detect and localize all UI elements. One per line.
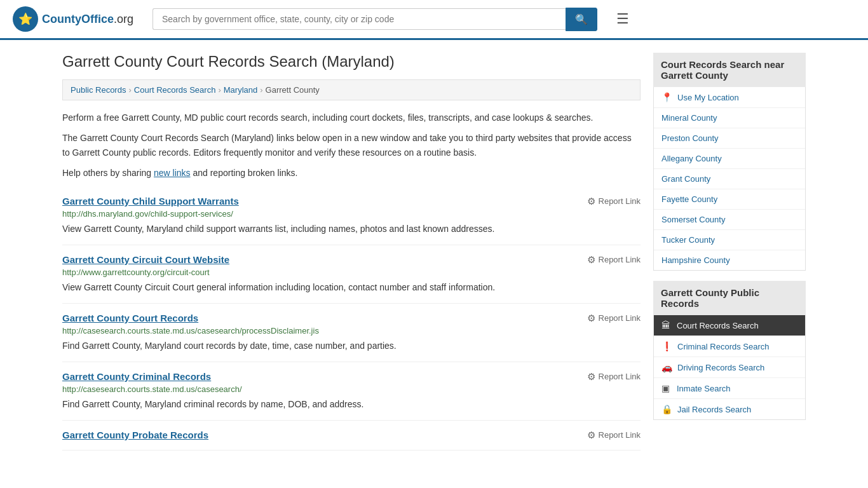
- driving-records-icon: 🚗: [661, 362, 672, 372]
- sidebar-use-my-location[interactable]: 📍 Use My Location: [654, 87, 805, 108]
- sidebar-driving-records-search[interactable]: 🚗 Driving Records Search: [654, 357, 805, 378]
- sidebar-court-records-search[interactable]: 🏛 Court Records Search: [654, 315, 805, 336]
- breadcrumb-court-records[interactable]: Court Records Search: [134, 85, 216, 95]
- report-link-5[interactable]: ⚙ Report Link: [587, 430, 641, 441]
- record-url-1: http://dhs.maryland.gov/child-support-se…: [62, 209, 641, 219]
- sidebar-criminal-records-search[interactable]: ❗ Criminal Records Search: [654, 336, 805, 357]
- record-item-1: Garrett County Child Support Warrants ⚙ …: [62, 187, 641, 245]
- sidebar-inmate-search[interactable]: ▣ Inmate Search: [654, 378, 805, 399]
- record-title-5[interactable]: Garrett County Probate Records: [62, 430, 208, 440]
- report-icon-1: ⚙: [587, 196, 595, 207]
- record-title-4[interactable]: Garrett County Criminal Records: [62, 371, 211, 382]
- breadcrumb-maryland[interactable]: Maryland: [224, 85, 257, 95]
- jail-records-icon: 🔒: [661, 404, 672, 414]
- report-icon-3: ⚙: [587, 313, 595, 324]
- criminal-records-icon: ❗: [661, 341, 672, 351]
- sidebar-somerset-county[interactable]: Somerset County: [654, 210, 805, 230]
- sidebar-jail-records-search[interactable]: 🔒 Jail Records Search: [654, 399, 805, 419]
- record-item-5: Garrett County Probate Records ⚙ Report …: [62, 421, 641, 451]
- allegany-county-link[interactable]: Allegany County: [661, 154, 722, 163]
- page-title: Garrett County Court Records Search (Mar…: [62, 53, 641, 71]
- breadcrumb-sep2: ›: [218, 85, 220, 95]
- record-item-2: Garrett County Circuit Court Website ⚙ R…: [62, 245, 641, 304]
- sidebar: Court Records Search near Garrett County…: [653, 53, 806, 451]
- public-records-header: Garrett County Public Records: [653, 281, 806, 315]
- tucker-county-link[interactable]: Tucker County: [661, 235, 715, 245]
- record-desc-4: Find Garrett County, Maryland criminal r…: [62, 398, 641, 411]
- sidebar-hampshire-county[interactable]: Hampshire County: [654, 250, 805, 270]
- desc-para3: Help others by sharing new links and rep…: [62, 166, 641, 180]
- criminal-records-link[interactable]: Criminal Records Search: [677, 342, 770, 351]
- record-item-3: Garrett County Court Records ⚙ Report Li…: [62, 304, 641, 362]
- record-desc-1: View Garrett County, Maryland child supp…: [62, 222, 641, 236]
- report-label-3: Report Link: [599, 313, 641, 323]
- fayette-county-link[interactable]: Fayette County: [661, 194, 717, 204]
- inmate-search-icon: ▣: [661, 383, 672, 393]
- report-icon-4: ⚙: [587, 371, 595, 383]
- menu-button[interactable]: ☰: [616, 11, 629, 27]
- hampshire-county-link[interactable]: Hampshire County: [661, 255, 730, 265]
- record-title-2[interactable]: Garrett County Circuit Court Website: [62, 254, 229, 265]
- record-item-4: Garrett County Criminal Records ⚙ Report…: [62, 362, 641, 421]
- inmate-search-link[interactable]: Inmate Search: [677, 384, 731, 393]
- court-records-icon: 🏛: [661, 320, 672, 330]
- somerset-county-link[interactable]: Somerset County: [661, 215, 725, 224]
- grant-county-link[interactable]: Grant County: [661, 174, 710, 184]
- report-icon-2: ⚙: [587, 254, 595, 266]
- report-label-2: Report Link: [599, 255, 641, 264]
- breadcrumb-public-records[interactable]: Public Records: [71, 85, 126, 95]
- record-desc-2: View Garrett County Circuit Court genera…: [62, 281, 641, 294]
- logo-area: ⭐ CountyOffice.org: [13, 6, 140, 32]
- record-title-1[interactable]: Garrett County Child Support Warrants: [62, 196, 239, 207]
- desc-para2: The Garrett County Court Records Search …: [62, 131, 641, 159]
- sidebar-allegany-county[interactable]: Allegany County: [654, 149, 805, 169]
- records-list: Garrett County Child Support Warrants ⚙ …: [62, 187, 641, 451]
- breadcrumb-current: Garrett County: [266, 85, 320, 95]
- search-input[interactable]: [153, 8, 566, 30]
- search-button[interactable]: 🔍: [566, 8, 597, 31]
- report-link-3[interactable]: ⚙ Report Link: [587, 313, 641, 324]
- preston-county-link[interactable]: Preston County: [661, 133, 719, 143]
- sidebar-preston-county[interactable]: Preston County: [654, 128, 805, 149]
- jail-records-search-link[interactable]: Jail Records Search: [677, 405, 751, 414]
- record-url-2: http://www.garrettcounty.org/circuit-cou…: [62, 268, 641, 277]
- public-records-links: 🏛 Court Records Search ❗ Criminal Record…: [653, 315, 806, 420]
- record-url-3: http://casesearch.courts.state.md.us/cas…: [62, 326, 641, 336]
- record-desc-3: Find Garrett County, Maryland court reco…: [62, 339, 641, 353]
- new-links-link[interactable]: new links: [154, 168, 191, 178]
- record-url-4: http://casesearch.courts.state.md.us/cas…: [62, 384, 641, 394]
- report-label-1: Report Link: [599, 196, 641, 206]
- use-my-location-link[interactable]: Use My Location: [677, 93, 739, 102]
- court-records-search-link[interactable]: Court Records Search: [677, 321, 759, 330]
- report-link-2[interactable]: ⚙ Report Link: [587, 254, 641, 266]
- breadcrumb-sep3: ›: [260, 85, 262, 95]
- description: Perform a free Garrett County, MD public…: [62, 111, 641, 180]
- breadcrumb: Public Records › Court Records Search › …: [62, 79, 641, 100]
- location-icon: 📍: [661, 92, 672, 102]
- logo-text: CountyOffice.org: [42, 13, 133, 26]
- report-link-1[interactable]: ⚙ Report Link: [587, 196, 641, 207]
- search-area: 🔍: [153, 8, 597, 31]
- nearby-header: Court Records Search near Garrett County: [653, 53, 806, 87]
- driving-records-link[interactable]: Driving Records Search: [677, 363, 764, 372]
- nearby-links: 📍 Use My Location Mineral County Preston…: [653, 87, 806, 271]
- record-title-3[interactable]: Garrett County Court Records: [62, 313, 198, 323]
- mineral-county-link[interactable]: Mineral County: [661, 113, 717, 123]
- sidebar-grant-county[interactable]: Grant County: [654, 169, 805, 189]
- logo-icon: ⭐: [13, 6, 38, 32]
- report-icon-5: ⚙: [587, 430, 595, 441]
- breadcrumb-sep1: ›: [128, 85, 131, 95]
- report-link-4[interactable]: ⚙ Report Link: [587, 371, 641, 383]
- report-label-5: Report Link: [599, 430, 641, 440]
- report-label-4: Report Link: [599, 372, 641, 381]
- sidebar-tucker-county[interactable]: Tucker County: [654, 230, 805, 250]
- sidebar-mineral-county[interactable]: Mineral County: [654, 108, 805, 128]
- sidebar-fayette-county[interactable]: Fayette County: [654, 189, 805, 210]
- desc-para1: Perform a free Garrett County, MD public…: [62, 111, 641, 125]
